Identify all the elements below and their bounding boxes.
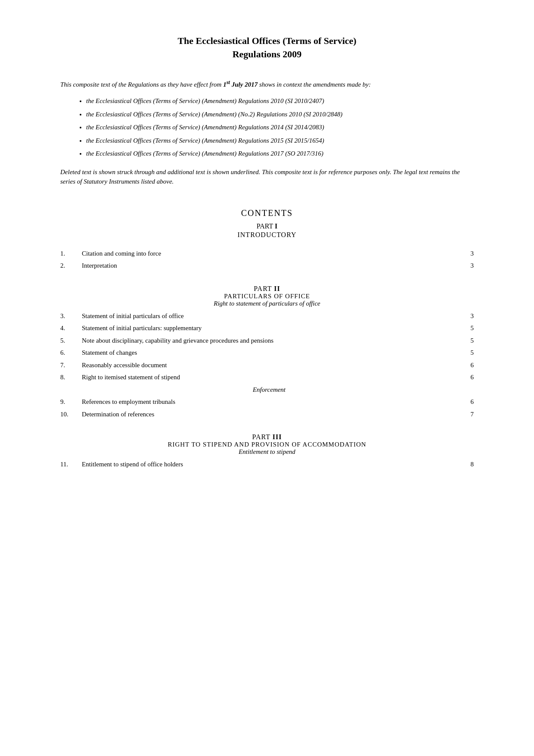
bullet-item-5: the Ecclesiastical Offices (Terms of Ser…	[86, 149, 474, 159]
contents-title: CONTENTS	[60, 208, 474, 218]
bullet-item-1: the Ecclesiastical Offices (Terms of Ser…	[86, 96, 474, 106]
toc-text: Right to itemised statement of stipend	[82, 371, 456, 384]
title-line1: The Ecclesiastical Offices (Terms of Ser…	[177, 35, 356, 46]
part1-label: PART I	[60, 222, 474, 230]
part3-italic-heading: Entitlement to stipend	[60, 448, 474, 456]
toc-text: Statement of initial particulars of offi…	[82, 310, 456, 322]
toc-num: 7.	[60, 359, 82, 372]
toc-page: 3	[456, 310, 474, 322]
toc-text: Entitlement to stipend of office holders	[82, 458, 456, 471]
part3-header: PART III RIGHT TO STIPEND AND PROVISION …	[60, 433, 474, 456]
part3-sublabel: RIGHT TO STIPEND AND PROVISION OF ACCOMM…	[60, 441, 474, 448]
table-row: 5. Note about disciplinary, capability a…	[60, 334, 474, 347]
toc-num: 9.	[60, 396, 82, 408]
table-row: 11. Entitlement to stipend of office hol…	[60, 458, 474, 471]
toc-num: 4.	[60, 322, 82, 334]
toc-text: References to employment tribunals	[82, 396, 456, 408]
toc-text: Reasonably accessible document	[82, 359, 456, 372]
toc-text: Statement of changes	[82, 347, 456, 359]
toc-page: 6	[456, 371, 474, 384]
toc-text: Note about disciplinary, capability and …	[82, 334, 456, 347]
part3-label: PART III	[60, 433, 474, 441]
table-row: 2. Interpretation 3	[60, 259, 474, 272]
toc-text: Determination of references	[82, 408, 456, 421]
note-para: Deleted text is shown struck through and…	[60, 167, 474, 187]
toc-page: 3	[456, 247, 474, 260]
toc-num: 5.	[60, 334, 82, 347]
table-row: 10. Determination of references 7	[60, 408, 474, 421]
toc-num: 8.	[60, 371, 82, 384]
toc-num: 11.	[60, 458, 82, 471]
toc-page: 7	[456, 408, 474, 421]
table-row: 7. Reasonably accessible document 6	[60, 359, 474, 372]
part2-label: PART II	[60, 285, 474, 293]
toc-page: 5	[456, 322, 474, 334]
table-row-enforcement-heading: Enforcement	[60, 384, 474, 396]
part3-toc: 11. Entitlement to stipend of office hol…	[60, 458, 474, 471]
toc-page: 6	[456, 396, 474, 408]
intro-para1: This composite text of the Regulations a…	[60, 78, 474, 90]
bullet-list: the Ecclesiastical Offices (Terms of Ser…	[86, 96, 474, 159]
part2-toc: 3. Statement of initial particulars of o…	[60, 310, 474, 421]
toc-text: Interpretation	[82, 259, 456, 272]
table-row: 6. Statement of changes 5	[60, 347, 474, 359]
toc-num: 2.	[60, 259, 82, 272]
part2-header: PART II PARTICULARS OF OFFICE Right to s…	[60, 285, 474, 307]
toc-page: 5	[456, 347, 474, 359]
part1-sublabel: INTRODUCTORY	[60, 231, 474, 239]
bullet-item-3: the Ecclesiastical Offices (Terms of Ser…	[86, 122, 474, 132]
bullet-item-2: the Ecclesiastical Offices (Terms of Ser…	[86, 109, 474, 119]
toc-num: 3.	[60, 310, 82, 322]
table-row: 9. References to employment tribunals 6	[60, 396, 474, 408]
page-title: The Ecclesiastical Offices (Terms of Ser…	[60, 34, 474, 61]
enforcement-heading: Enforcement	[82, 384, 456, 396]
part1-header: PART I INTRODUCTORY	[60, 222, 474, 239]
contents-header: CONTENTS	[60, 208, 474, 218]
table-row: 4. Statement of initial particulars: sup…	[60, 322, 474, 334]
part2-italic-heading: Right to statement of particulars of off…	[60, 300, 474, 307]
toc-num: 10.	[60, 408, 82, 421]
toc-text: Citation and coming into force	[82, 247, 456, 260]
title-line2: Regulations 2009	[233, 49, 302, 59]
toc-num: 1.	[60, 247, 82, 260]
toc-page: 6	[456, 359, 474, 372]
part2-sublabel: PARTICULARS OF OFFICE	[60, 293, 474, 300]
toc-num: 6.	[60, 347, 82, 359]
table-row: 1. Citation and coming into force 3	[60, 247, 474, 260]
toc-page: 5	[456, 334, 474, 347]
table-row: 3. Statement of initial particulars of o…	[60, 310, 474, 322]
note-text-content: Deleted text is shown struck through and…	[60, 169, 460, 185]
toc-num	[60, 384, 82, 396]
toc-page: 3	[456, 259, 474, 272]
bullet-item-4: the Ecclesiastical Offices (Terms of Ser…	[86, 136, 474, 146]
table-row: 8. Right to itemised statement of stipen…	[60, 371, 474, 384]
toc-page	[456, 384, 474, 396]
toc-page: 8	[456, 458, 474, 471]
part1-toc: 1. Citation and coming into force 3 2. I…	[60, 247, 474, 272]
toc-text: Statement of initial particulars: supple…	[82, 322, 456, 334]
